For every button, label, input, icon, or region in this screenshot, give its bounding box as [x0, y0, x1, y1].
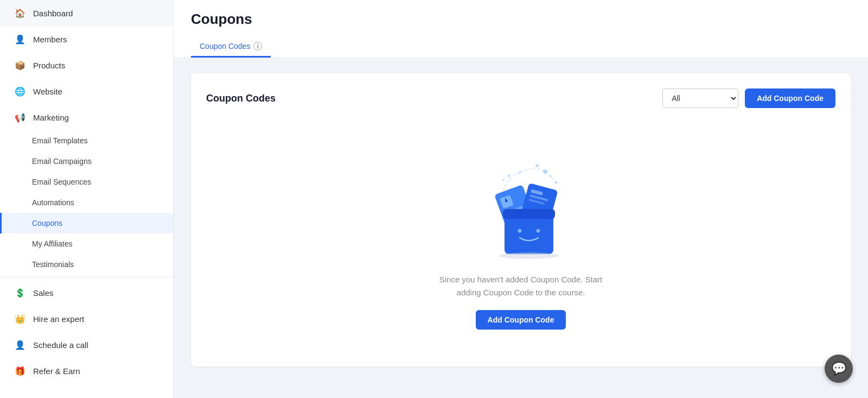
sidebar-item-my-affiliates[interactable]: My Affiliates — [0, 233, 173, 254]
sidebar-item-automations[interactable]: Automations — [0, 192, 173, 213]
svg-point-19 — [537, 229, 540, 233]
sidebar-divider — [0, 277, 173, 277]
sidebar-item-label: Schedule a call — [33, 340, 88, 350]
chat-icon: 💬 — [832, 362, 846, 376]
page-title: Coupons — [191, 11, 851, 28]
sidebar-item-members[interactable]: 👤 Members — [0, 26, 173, 52]
sidebar-item-label: Products — [33, 61, 65, 70]
sidebar: 🏠 Dashboard 👤 Members 📦 Products 🌐 Websi… — [0, 0, 174, 398]
filter-select[interactable]: All Active Inactive Expired — [662, 89, 738, 108]
svg-rect-17 — [503, 209, 555, 219]
sidebar-sub-label: My Affiliates — [32, 239, 72, 248]
sidebar-sub-label: Testimonials — [32, 260, 74, 269]
sidebar-item-label: Hire an expert — [33, 314, 84, 324]
empty-illustration — [461, 143, 580, 262]
sidebar-item-dashboard[interactable]: 🏠 Dashboard — [0, 0, 173, 26]
products-icon: 📦 — [15, 60, 25, 71]
sidebar-sub-label: Automations — [32, 198, 74, 207]
empty-state: Since you haven't added Coupon Code. Sta… — [206, 121, 835, 351]
website-icon: 🌐 — [15, 86, 25, 97]
sidebar-item-email-campaigns[interactable]: Email Campaigns — [0, 151, 173, 172]
sidebar-item-email-sequences[interactable]: Email Sequences — [0, 172, 173, 192]
card-controls: All Active Inactive Expired Add Coupon C… — [662, 89, 835, 108]
dashboard-icon: 🏠 — [15, 8, 25, 18]
sidebar-sub-label: Email Templates — [32, 136, 87, 145]
tab-label: Coupon Codes — [200, 42, 250, 50]
sidebar-sub-label: Email Campaigns — [32, 157, 92, 166]
sidebar-item-schedule-call[interactable]: 👤 Schedule a call — [0, 332, 173, 358]
sidebar-item-marketing[interactable]: 📢 Marketing — [0, 104, 173, 130]
members-icon: 👤 — [15, 34, 25, 45]
sidebar-item-sales[interactable]: 💲 Sales — [0, 280, 173, 306]
sidebar-item-email-templates[interactable]: Email Templates — [0, 130, 173, 151]
sidebar-item-label: Members — [33, 35, 67, 44]
refer-earn-icon: 🎁 — [15, 365, 25, 376]
add-coupon-code-button-top[interactable]: Add Coupon Code — [745, 89, 835, 108]
sidebar-sub-label: Email Sequences — [32, 178, 91, 186]
tabs: Coupon Codes ℹ — [191, 36, 851, 58]
sidebar-item-website[interactable]: 🌐 Website — [0, 78, 173, 104]
svg-point-20 — [499, 252, 559, 259]
svg-point-18 — [518, 229, 522, 233]
svg-point-3 — [502, 179, 505, 181]
chat-button[interactable]: 💬 — [825, 355, 853, 383]
sidebar-item-label: Marketing — [33, 113, 69, 122]
empty-description: Since you haven't added Coupon Code. Sta… — [429, 273, 613, 299]
schedule-call-icon: 👤 — [15, 339, 25, 350]
svg-point-0 — [535, 164, 539, 167]
sidebar-item-label: Website — [33, 87, 62, 96]
content-area: Coupon Codes All Active Inactive Expired… — [174, 58, 868, 398]
section-title: Coupon Codes — [206, 93, 276, 104]
sidebar-item-label: Dashboard — [33, 9, 73, 18]
sales-icon: 💲 — [15, 287, 25, 298]
add-coupon-code-button-empty[interactable]: Add Coupon Code — [476, 310, 566, 330]
sidebar-item-hire-expert[interactable]: 👑 Hire an expert — [0, 306, 173, 332]
card-header: Coupon Codes All Active Inactive Expired… — [206, 89, 835, 108]
tab-coupon-codes[interactable]: Coupon Codes ℹ — [191, 36, 271, 58]
svg-marker-4 — [542, 169, 548, 174]
sidebar-item-coupons[interactable]: Coupons — [0, 213, 173, 233]
svg-rect-16 — [505, 213, 553, 254]
sidebar-item-label: Refer & Earn — [33, 367, 80, 376]
svg-marker-6 — [507, 174, 510, 178]
sidebar-item-label: Sales — [33, 288, 54, 298]
sidebar-item-testimonials[interactable]: Testimonials — [0, 254, 173, 275]
tab-info-icon: ℹ — [253, 42, 262, 50]
sidebar-item-refer-earn[interactable]: 🎁 Refer & Earn — [0, 358, 173, 384]
marketing-icon: 📢 — [15, 112, 25, 123]
page-header: Coupons Coupon Codes ℹ — [174, 0, 868, 58]
main-content: Coupons Coupon Codes ℹ Coupon Codes All … — [174, 0, 868, 398]
sidebar-item-products[interactable]: 📦 Products — [0, 52, 173, 78]
hire-expert-icon: 👑 — [15, 313, 25, 324]
sidebar-sub-label: Coupons — [32, 219, 62, 228]
coupon-codes-card: Coupon Codes All Active Inactive Expired… — [191, 73, 851, 367]
